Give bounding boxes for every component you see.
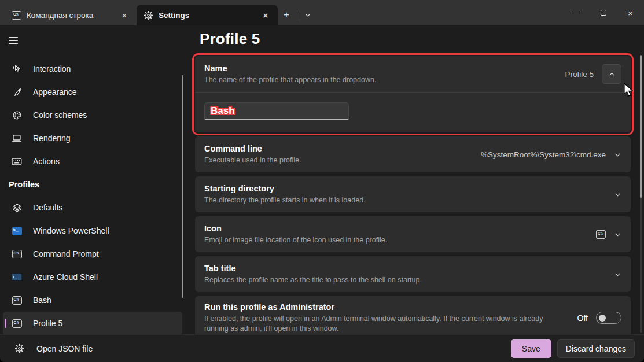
page-title: Profile 5	[200, 30, 631, 48]
setting-title: Icon	[204, 224, 584, 233]
sidebar-item-label: Profile 5	[33, 319, 62, 328]
chevron-down-icon[interactable]	[614, 191, 621, 198]
setting-card-run-as-admin: Run this profile as Administrator If ena…	[195, 296, 631, 334]
setting-title: Command line	[204, 144, 469, 153]
appearance-icon	[12, 87, 22, 97]
color-schemes-icon	[12, 110, 22, 120]
setting-card-tab-title[interactable]: Tab title Replaces the profile name as t…	[195, 256, 631, 292]
profile-icon: C:\	[12, 318, 22, 328]
setting-value: Profile 5	[565, 70, 594, 79]
admin-toggle-switch[interactable]	[596, 312, 621, 324]
setting-card-starting-directory[interactable]: Starting directory The directory the pro…	[195, 176, 631, 212]
gear-icon	[14, 343, 24, 353]
divider	[297, 10, 297, 21]
setting-description: Executable used in the profile.	[204, 156, 469, 165]
sidebar-scrollbar[interactable]	[182, 75, 183, 298]
close-button[interactable]: ×	[617, 0, 644, 25]
content-scrollbar[interactable]	[640, 55, 642, 333]
bash-icon: C:\	[12, 295, 22, 305]
discard-changes-button[interactable]: Discard changes	[557, 339, 635, 358]
sidebar-item-rendering[interactable]: Rendering	[3, 127, 182, 150]
setting-card-icon[interactable]: Icon Emoji or image file location of the…	[195, 216, 631, 252]
setting-description: Replaces the profile name as the title t…	[204, 275, 602, 285]
sidebar-item-label: Actions	[33, 157, 60, 166]
actions-icon	[12, 156, 22, 167]
azure-cloud-icon	[12, 272, 22, 282]
setting-title: Tab title	[204, 264, 602, 273]
content-scrollbar-thumb[interactable]	[640, 55, 642, 198]
setting-value: %SystemRoot%\System32\cmd.exe	[481, 150, 606, 159]
minimize-button[interactable]	[562, 0, 590, 25]
tab-command-prompt[interactable]: C:\ Командная строка ×	[5, 5, 137, 25]
open-json-file-label: Open JSON file	[36, 344, 93, 353]
maximize-icon	[601, 10, 606, 16]
sidebar-item-bash[interactable]: C:\ Bash	[3, 289, 182, 312]
sidebar-item-label: Azure Cloud Shell	[33, 272, 98, 282]
profile-icon-preview: C:\	[596, 230, 606, 239]
sidebar-item-label: Defaults	[33, 203, 62, 212]
tab-settings[interactable]: Settings ×	[137, 5, 278, 25]
setting-title: Run this profile as Administrator	[204, 302, 566, 312]
sidebar-item-label: Interaction	[33, 64, 71, 73]
save-button[interactable]: Save	[511, 339, 551, 358]
profile-name-input[interactable]: Bash	[204, 102, 349, 120]
setting-title: Starting directory	[204, 184, 602, 193]
footer-bar: Open JSON file Save Discard changes	[0, 334, 644, 362]
tab-label: Settings	[159, 11, 254, 20]
tab-dropdown-button[interactable]	[299, 6, 317, 24]
setting-title: Name	[204, 64, 553, 73]
close-icon[interactable]: ×	[259, 9, 272, 21]
collapse-expander-button[interactable]	[602, 64, 621, 84]
sidebar-item-color-schemes[interactable]: Color schemes	[3, 104, 182, 127]
terminal-settings-window: C:\ Командная строка × Settings × + ×	[0, 0, 644, 362]
sidebar-item-label: Command Prompt	[33, 249, 99, 258]
interaction-icon	[12, 64, 22, 74]
sidebar-item-appearance[interactable]: Appearance	[3, 80, 182, 104]
sidebar-item-actions[interactable]: Actions	[3, 150, 182, 173]
sidebar-item-label: Rendering	[33, 134, 71, 143]
settings-sidebar: Interaction Appearance Color schemes	[0, 25, 191, 334]
toggle-state-label: Off	[577, 313, 588, 323]
tab-label: Командная строка	[27, 11, 113, 20]
open-json-file-button[interactable]: Open JSON file	[14, 343, 93, 353]
sidebar-item-windows-powershell[interactable]: >_ Windows PowerShell	[3, 219, 182, 242]
setting-description: The name of the profile that appears in …	[204, 75, 553, 85]
sidebar-item-interaction[interactable]: Interaction	[3, 57, 182, 80]
cmd-icon: C:\	[12, 11, 21, 20]
close-icon[interactable]: ×	[118, 9, 131, 21]
titlebar: C:\ Командная строка × Settings × + ×	[0, 0, 644, 25]
setting-card-name: Name The name of the profile that appear…	[195, 56, 631, 132]
hamburger-menu-button[interactable]	[5, 32, 24, 49]
sidebar-item-profile-5[interactable]: C:\ Profile 5	[3, 312, 182, 335]
maximize-button[interactable]	[590, 0, 617, 25]
sidebar-item-label: Color schemes	[33, 110, 87, 120]
minimize-icon	[573, 13, 579, 13]
sidebar-item-azure-cloud-shell[interactable]: Azure Cloud Shell	[3, 265, 182, 289]
chevron-down-icon[interactable]	[614, 151, 621, 158]
sidebar-item-label: Appearance	[33, 87, 77, 97]
new-tab-button[interactable]: +	[278, 6, 295, 24]
powershell-icon: >_	[12, 226, 22, 236]
cmd-icon: C:\	[12, 249, 22, 259]
toggle-knob	[599, 315, 606, 322]
defaults-icon	[12, 202, 22, 213]
sidebar-item-label: Windows PowerShell	[33, 226, 109, 235]
name-card-header[interactable]: Name The name of the profile that appear…	[195, 56, 631, 92]
gear-icon	[143, 10, 153, 20]
setting-card-command-line[interactable]: Command line Executable used in the prof…	[195, 136, 631, 172]
sidebar-item-defaults[interactable]: Defaults	[3, 196, 182, 219]
sidebar-item-command-prompt[interactable]: C:\ Command Prompt	[3, 242, 182, 265]
sidebar-item-label: Bash	[33, 295, 51, 305]
profiles-section-header: Profiles	[0, 173, 191, 196]
chevron-down-icon[interactable]	[614, 231, 621, 238]
settings-content: Profile 5 Name The name of the profile t…	[191, 25, 644, 334]
setting-description: If enabled, the profile will open in an …	[204, 314, 566, 334]
window-controls: ×	[562, 0, 644, 25]
selection-accent-indicator	[5, 319, 6, 328]
setting-description: The directory the profile starts in when…	[204, 195, 602, 205]
setting-description: Emoji or image file location of the icon…	[204, 235, 584, 245]
chevron-down-icon[interactable]	[614, 271, 621, 278]
rendering-icon	[12, 133, 22, 143]
